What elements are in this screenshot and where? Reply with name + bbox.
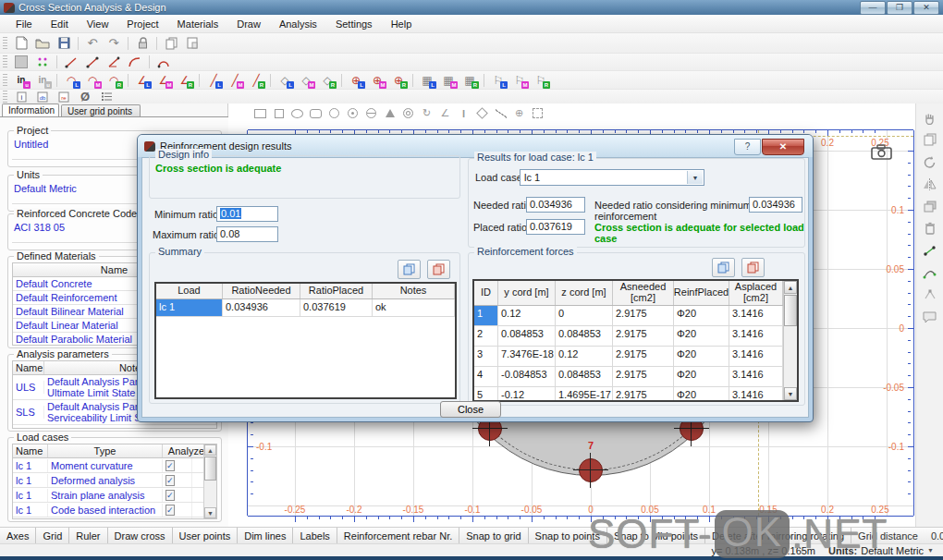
toggle-labels[interactable]: Labels [293, 528, 337, 544]
roundrect-tool-icon[interactable] [310, 108, 322, 118]
summary-header-placed[interactable]: RatioPlaced [300, 284, 373, 298]
table-row[interactable]: lc 1 Deformed analysis ✓ [13, 473, 216, 488]
arc-R-icon[interactable]: ◠R [104, 72, 123, 89]
insert-length-gray-icon[interactable]: inu [33, 72, 52, 89]
info-doc-icon[interactable]: i [12, 89, 31, 105]
rotate-icon[interactable] [921, 153, 939, 170]
analyzed-checkbox[interactable]: ✓ [165, 475, 175, 486]
arc-M-icon[interactable]: ◠M [83, 72, 102, 89]
dialog-close-button[interactable]: ✕ [762, 139, 804, 155]
table-row[interactable]: lc 1 Advanced interaction ✓ [13, 517, 216, 519]
minimize-button[interactable]: — [860, 1, 886, 15]
doc-db-icon[interactable]: db [33, 89, 52, 105]
user-points-icon[interactable] [33, 54, 52, 70]
menu-help[interactable]: Help [383, 17, 421, 31]
analyzed-checkbox[interactable]: ✓ [165, 505, 175, 516]
draw-line-icon[interactable] [62, 54, 80, 70]
menu-analysis[interactable]: Analysis [271, 17, 325, 31]
menu-materials[interactable]: Materials [169, 17, 227, 31]
angle-R-icon[interactable]: ∠R [176, 72, 194, 89]
scroll-up-icon[interactable]: ▲ [784, 281, 797, 294]
line-tool-icon[interactable] [495, 108, 507, 118]
load-cases-header-type[interactable]: Type [48, 444, 163, 457]
close-dialog-button[interactable]: Close [440, 401, 501, 418]
menu-project[interactable]: Project [118, 17, 166, 31]
diamond-tool-icon[interactable] [476, 108, 488, 118]
project-name[interactable]: Untitled [14, 139, 48, 150]
summary-header-notes[interactable]: Notes [373, 284, 455, 298]
load-cases-scrollbar[interactable]: ▲ ▼ [203, 444, 216, 518]
pan-hand-icon[interactable] [921, 109, 939, 126]
scroll-up-icon[interactable]: ▲ [204, 444, 216, 456]
diameter-icon[interactable]: Ø [76, 89, 94, 105]
units-value[interactable]: Default Metric [14, 183, 77, 194]
summary-header-load[interactable]: Load [156, 284, 223, 298]
menu-view[interactable]: View [79, 17, 117, 31]
toggle-axes[interactable]: Axes [0, 528, 36, 544]
grid-icon[interactable] [12, 54, 31, 70]
forces-header-z[interactable]: z cord [m] [556, 281, 613, 305]
table-row[interactable]: 3 7.3476E-18 0.12 2.9175 Φ20 3.1416 [474, 347, 797, 367]
flag-M-icon[interactable]: ⚐M [510, 72, 529, 89]
summary-copy-button[interactable] [398, 260, 421, 279]
table-row[interactable]: 1 0.12 0 2.9175 Φ20 3.1416 [474, 306, 797, 326]
tab-user-grid-points[interactable]: User grid points [61, 104, 141, 116]
circle-line-tool-icon[interactable] [365, 108, 377, 118]
needed-ratio-value[interactable]: 0.034936 [526, 197, 585, 213]
tab-information[interactable]: Information [2, 103, 59, 116]
measure-segment-icon[interactable] [921, 242, 939, 259]
forces-header-id[interactable]: ID [474, 281, 498, 305]
circle-tool-icon[interactable] [328, 108, 340, 118]
redo-icon[interactable]: ↷ [104, 35, 123, 52]
close-button[interactable]: ✕ [913, 1, 939, 15]
rhombus-L-icon[interactable]: ◇L [276, 72, 294, 89]
analyzed-checkbox[interactable]: ✓ [165, 460, 175, 471]
oval-tool-icon[interactable] [291, 108, 303, 118]
toggle-rebar-nr[interactable]: Reinforcement rebar Nr. [337, 528, 459, 544]
placed-ratio-value[interactable]: 0.037619 [526, 219, 585, 235]
toolbar-grip[interactable] [3, 37, 7, 50]
list-icon[interactable] [97, 89, 116, 105]
forces-scrollbar[interactable]: ▲ ▼ [783, 281, 797, 400]
vertex-icon[interactable] [921, 286, 939, 303]
toggle-draw-cross[interactable]: Draw cross [108, 528, 173, 544]
comment-icon[interactable] [921, 309, 939, 325]
paste-doc-icon[interactable] [183, 35, 202, 52]
angle-M-icon[interactable]: ∠M [154, 72, 173, 89]
copy-icon[interactable] [162, 35, 180, 52]
circle-L-icon[interactable]: ⊕L [347, 72, 365, 89]
mirror-icon[interactable] [921, 176, 939, 192]
concrete-code-value[interactable]: ACI 318 05 [14, 222, 65, 233]
toggle-snap-to-grid[interactable]: Snap to grid [459, 528, 528, 544]
segment-M-icon[interactable]: ╱M [226, 72, 244, 89]
save-icon[interactable] [55, 35, 73, 52]
crosshair-tool-icon[interactable]: ⊕ [513, 108, 525, 118]
angle-L-icon[interactable]: ∠L [133, 72, 152, 89]
toggle-dim-lines[interactable]: Dim lines [238, 528, 293, 544]
rebar-box-M-icon[interactable]: ▦M [439, 72, 458, 89]
table-row[interactable]: 2 0.084853 0.084853 2.9175 Φ20 3.1416 [474, 326, 797, 347]
grid-distance-value[interactable]: 0.05 m [925, 528, 943, 544]
rhombus-R-icon[interactable]: ◇R [318, 72, 337, 89]
table-row[interactable]: 4 -0.084853 0.084853 2.9175 Φ20 3.1416 [474, 367, 797, 387]
draw-semi-arc-icon[interactable] [154, 54, 173, 70]
circle-dot-tool-icon[interactable] [347, 108, 359, 118]
scroll-down-icon[interactable]: ▼ [204, 507, 216, 518]
summary-export-button[interactable] [427, 260, 450, 279]
forces-copy-button[interactable] [712, 258, 735, 277]
table-row[interactable]: lc 1 Strain plane analysis ✓ [13, 488, 216, 503]
insert-length-units-icon[interactable]: inu [12, 72, 31, 89]
minimum-ratio-input[interactable]: 0.01 [216, 206, 278, 222]
rhombus-M-icon[interactable]: ◇M [297, 72, 315, 89]
menu-edit[interactable]: Edit [43, 17, 77, 31]
arc-L-icon[interactable]: ◠L [62, 72, 80, 89]
forces-export-button[interactable] [741, 258, 765, 277]
maximum-ratio-input[interactable]: 0.08 [216, 226, 278, 242]
triangle-tool-icon[interactable] [384, 108, 396, 118]
summary-header-needed[interactable]: RatioNeeded [223, 284, 300, 298]
trash-icon[interactable] [921, 220, 939, 237]
segment-R-icon[interactable]: ╱R [247, 72, 265, 89]
undo-icon[interactable]: ↶ [83, 35, 102, 52]
table-row[interactable]: 5 -0.12 1.4695E-17 2.9175 Φ20 3.1416 [474, 387, 797, 402]
toggle-user-points[interactable]: User points [173, 528, 239, 544]
